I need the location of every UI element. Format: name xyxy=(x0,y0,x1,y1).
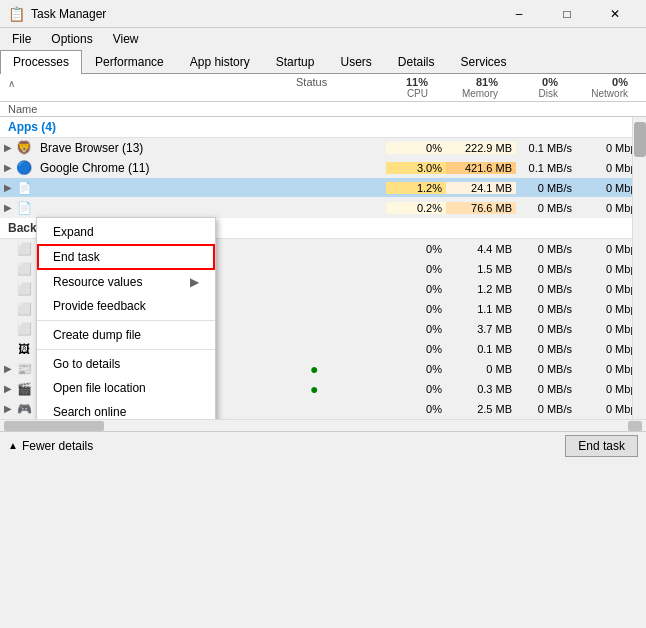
unknown-app-icon2: 📄 xyxy=(16,200,32,216)
process-memory: 0.1 MB xyxy=(446,343,516,355)
col-sort-arrow[interactable]: ∧ xyxy=(0,75,292,100)
scrollbar-spacer xyxy=(632,75,646,100)
unknown-app-icon: 📄 xyxy=(16,180,32,196)
tab-users[interactable]: Users xyxy=(327,50,384,73)
process-cpu: 0% xyxy=(386,403,446,415)
maximize-button[interactable]: □ xyxy=(544,3,590,25)
context-menu: Expand End task Resource values ▶ Provid… xyxy=(36,217,216,419)
table-row[interactable]: ▶ 📄 1.2% 24.1 MB 0 MB/s 0 Mbps xyxy=(0,178,646,198)
process-name: Google Chrome (11) xyxy=(36,161,306,175)
minimize-button[interactable]: – xyxy=(496,3,542,25)
expand-icon[interactable]: ▶ xyxy=(0,182,16,193)
process-disk: 0 MB/s xyxy=(516,202,576,214)
process-memory: 1.5 MB xyxy=(446,263,516,275)
process-disk: 0 MB/s xyxy=(516,343,576,355)
process-cpu: 0% xyxy=(386,142,446,154)
expand-icon[interactable]: ▶ xyxy=(0,162,16,173)
network-pct: 0% xyxy=(566,76,628,88)
ctx-provide-feedback[interactable]: Provide feedback xyxy=(37,294,215,318)
memory-label: Memory xyxy=(436,88,498,99)
process-disk: 0 MB/s xyxy=(516,323,576,335)
tab-processes[interactable]: Processes xyxy=(0,50,82,74)
process-cpu: 1.2% xyxy=(386,182,446,194)
process-disk: 0 MB/s xyxy=(516,182,576,194)
process-cpu: 0% xyxy=(386,363,446,375)
process-cpu: 3.0% xyxy=(386,162,446,174)
bg-app-icon: ⬜ xyxy=(16,241,32,257)
bg-app-icon2: ⬜ xyxy=(16,261,32,277)
gaming-icon: 🎮 xyxy=(16,401,32,417)
col-cpu-header[interactable]: 11% CPU xyxy=(372,75,432,100)
cpu-pct: 11% xyxy=(376,76,428,88)
title-bar-left: 📋 Task Manager xyxy=(8,6,106,22)
scrollbar-thumb[interactable] xyxy=(634,122,646,157)
tab-app-history[interactable]: App history xyxy=(177,50,263,73)
fewer-details-label: Fewer details xyxy=(22,439,93,453)
process-cpu: 0.2% xyxy=(386,202,446,214)
col-disk-header[interactable]: 0% Disk xyxy=(502,75,562,100)
expand-icon[interactable]: ▶ xyxy=(0,142,16,153)
ctx-end-task-label: End task xyxy=(53,250,100,264)
ctx-open-file-location[interactable]: Open file location xyxy=(37,376,215,400)
scrollbar-track[interactable] xyxy=(632,117,646,419)
cpu-label: CPU xyxy=(376,88,428,99)
app-title: Task Manager xyxy=(31,7,106,21)
tab-details[interactable]: Details xyxy=(385,50,448,73)
process-name: Brave Browser (13) xyxy=(36,141,306,155)
close-button[interactable]: ✕ xyxy=(592,3,638,25)
table-row[interactable]: ▶ 📄 0.2% 76.6 MB 0 MB/s 0 Mbps xyxy=(0,198,646,218)
menu-options[interactable]: Options xyxy=(43,30,100,48)
ctx-resource-label: Resource values xyxy=(53,275,142,289)
bg-app-icon5: ⬜ xyxy=(16,321,32,337)
process-cpu: 0% xyxy=(386,303,446,315)
h-scrollbar-thumb[interactable] xyxy=(4,421,104,431)
name-col-header: Name xyxy=(0,102,292,116)
col-network-header[interactable]: 0% Network xyxy=(562,75,632,100)
process-disk: 0.1 MB/s xyxy=(516,142,576,154)
network-label: Network xyxy=(566,88,628,99)
ctx-go-to-details[interactable]: Go to details xyxy=(37,352,215,376)
tab-bar: Processes Performance App history Startu… xyxy=(0,50,646,74)
process-memory: 4.4 MB xyxy=(446,243,516,255)
process-cpu: 0% xyxy=(386,243,446,255)
tab-services[interactable]: Services xyxy=(448,50,520,73)
ctx-search-online[interactable]: Search online xyxy=(37,400,215,419)
table-row[interactable]: ▶ 🔵 Google Chrome (11) 3.0% 421.6 MB 0.1… xyxy=(0,158,646,178)
ctx-create-dump[interactable]: Create dump file xyxy=(37,323,215,347)
table-row[interactable]: ▶ 🦁 Brave Browser (13) 0% 222.9 MB 0.1 M… xyxy=(0,138,646,158)
ctx-expand-label: Expand xyxy=(53,225,94,239)
process-memory: 1.2 MB xyxy=(446,283,516,295)
memory-pct: 81% xyxy=(436,76,498,88)
col-memory-header[interactable]: 81% Memory xyxy=(432,75,502,100)
process-memory: 0.3 MB xyxy=(446,383,516,395)
menu-file[interactable]: File xyxy=(4,30,39,48)
fewer-details-btn[interactable]: ▲ Fewer details xyxy=(8,439,93,453)
process-disk: 0 MB/s xyxy=(516,303,576,315)
process-cpu: 0% xyxy=(386,263,446,275)
end-task-button[interactable]: End task xyxy=(565,435,638,457)
disk-pct: 0% xyxy=(506,76,558,88)
apps-section-header: Apps (4) xyxy=(0,117,646,138)
process-list[interactable]: Apps (4) ▶ 🦁 Brave Browser (13) 0% 222.9… xyxy=(0,117,646,419)
col-status-header: Status xyxy=(292,75,372,100)
ctx-dump-label: Create dump file xyxy=(53,328,141,342)
process-disk: 0 MB/s xyxy=(516,243,576,255)
status-label: Status xyxy=(296,76,368,88)
horizontal-scrollbar[interactable] xyxy=(0,419,646,431)
bg-app-icon3: ⬜ xyxy=(16,281,32,297)
brave-icon: 🦁 xyxy=(16,140,32,156)
process-disk: 0 MB/s xyxy=(516,383,576,395)
process-cpu: 0% xyxy=(386,343,446,355)
title-bar: 📋 Task Manager – □ ✕ xyxy=(0,0,646,28)
menu-view[interactable]: View xyxy=(105,30,147,48)
ctx-expand[interactable]: Expand xyxy=(37,220,215,244)
ctx-resource-values[interactable]: Resource values ▶ xyxy=(37,270,215,294)
tab-performance[interactable]: Performance xyxy=(82,50,177,73)
fewer-details-arrow: ▲ xyxy=(8,440,18,451)
process-memory: 1.1 MB xyxy=(446,303,516,315)
process-memory: 3.7 MB xyxy=(446,323,516,335)
tab-startup[interactable]: Startup xyxy=(263,50,328,73)
feeds-icon: 📰 xyxy=(16,361,32,377)
ctx-end-task[interactable]: End task xyxy=(37,244,215,270)
expand-icon[interactable]: ▶ xyxy=(0,202,16,213)
